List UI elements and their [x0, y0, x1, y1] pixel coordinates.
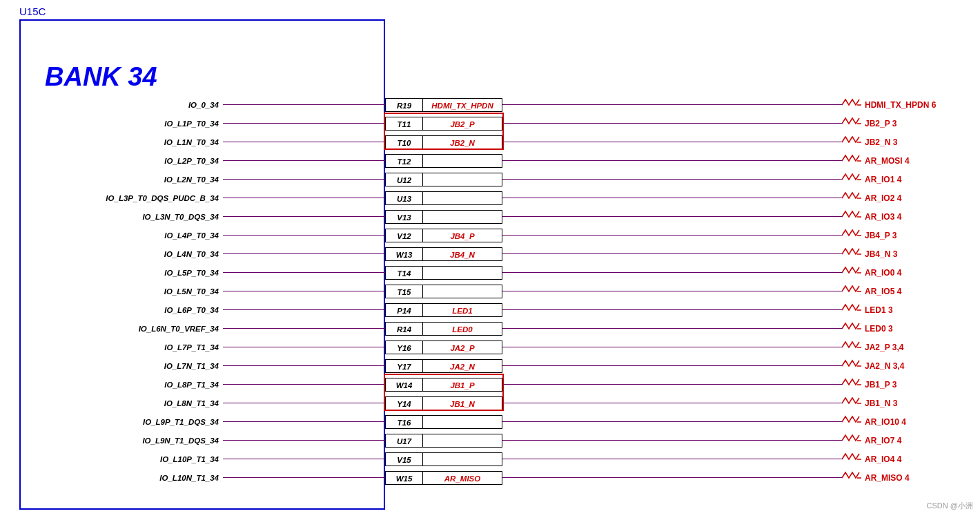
- net-cell: [423, 191, 502, 205]
- connector-symbol: [842, 470, 861, 486]
- connector-symbol: [842, 340, 861, 355]
- pin-row: IO_L7N_T1_34Y17JA2_NJA2_N 3,4: [19, 356, 972, 375]
- bank-title: BANK 34: [45, 62, 157, 92]
- watermark: CSDN @小洲: [927, 501, 973, 511]
- pin-name: IO_L7P_T1_34: [19, 343, 223, 352]
- right-net-label: AR_IO0 4: [861, 268, 972, 278]
- net-cell: [423, 434, 502, 448]
- pad-cell: T14: [385, 266, 423, 280]
- net-cell: JB4_P: [423, 229, 502, 242]
- right-net-label: JB2_P 3: [861, 119, 972, 128]
- pad-cell: W14: [385, 378, 423, 392]
- pin-name: IO_L10P_T1_34: [19, 455, 223, 463]
- pin-name: IO_L8N_T1_34: [19, 399, 223, 407]
- connector-symbol: [842, 433, 861, 448]
- right-net-label: AR_IO7 4: [861, 436, 972, 445]
- pad-cell: R19: [385, 98, 423, 112]
- pad-cell: P14: [385, 303, 423, 317]
- right-net-label: JB4_P 3: [861, 231, 972, 240]
- pin-name: IO_0_34: [19, 101, 223, 109]
- pin-row: IO_L3N_T0_DQS_34V13AR_IO3 4: [19, 207, 972, 226]
- pad-cell: W15: [385, 471, 423, 485]
- pad-cell: Y16: [385, 340, 423, 354]
- net-cell: JB1_N: [423, 396, 502, 410]
- net-cell: LED0: [423, 322, 502, 336]
- net-cell: JA2_P: [423, 340, 502, 354]
- net-cell: JB2_P: [423, 117, 502, 131]
- pin-name: IO_L7N_T1_34: [19, 362, 223, 370]
- pin-row: IO_L2N_T0_34U12AR_IO1 4: [19, 170, 972, 189]
- pin-row: IO_L10P_T1_34V15AR_IO4 4: [19, 450, 972, 468]
- connector-symbol: [842, 247, 861, 262]
- pad-cell: Y14: [385, 396, 423, 410]
- net-cell: HDMI_TX_HPDN: [423, 98, 502, 112]
- connector-symbol: [842, 396, 861, 411]
- pad-cell: V15: [385, 452, 423, 466]
- pad-cell: W13: [385, 247, 423, 261]
- right-net-label: HDMI_TX_HPDN 6: [861, 100, 972, 110]
- pin-name: IO_L6N_T0_VREF_34: [19, 325, 223, 333]
- pad-cell: U12: [385, 173, 423, 186]
- right-net-label: AR_IO5 4: [861, 287, 972, 296]
- net-cell: JA2_N: [423, 359, 502, 373]
- right-net-label: AR_IO4 4: [861, 454, 972, 464]
- pin-name: IO_L3P_T0_DQS_PUDC_B_34: [19, 194, 223, 202]
- pad-cell: T12: [385, 154, 423, 168]
- connector-symbol: [842, 228, 861, 243]
- pad-cell: U17: [385, 434, 423, 448]
- pad-cell: V12: [385, 229, 423, 242]
- net-cell: [423, 415, 502, 429]
- pin-row: IO_L6N_T0_VREF_34R14LED0LED0 3: [19, 319, 972, 338]
- pin-name: IO_L4N_T0_34: [19, 250, 223, 258]
- connector-symbol: [842, 172, 861, 187]
- pin-name: IO_L2N_T0_34: [19, 175, 223, 184]
- pad-cell: U13: [385, 191, 423, 205]
- connector-symbol: [842, 116, 861, 131]
- pad-cell: T11: [385, 117, 423, 131]
- right-net-label: AR_IO10 4: [861, 417, 972, 427]
- pin-name: IO_L10N_T1_34: [19, 474, 223, 482]
- right-net-label: AR_MISO 4: [861, 473, 972, 483]
- right-net-label: LED1 3: [861, 305, 972, 315]
- pad-cell: R14: [385, 322, 423, 336]
- net-cell: [423, 285, 502, 298]
- pin-row: IO_0_34R19HDMI_TX_HPDNHDMI_TX_HPDN 6: [19, 95, 972, 114]
- pad-cell: T15: [385, 285, 423, 298]
- pin-row: IO_L1P_T0_34T11JB2_PJB2_P 3: [19, 114, 972, 133]
- pin-name: IO_L5P_T0_34: [19, 269, 223, 277]
- pad-cell: T10: [385, 135, 423, 149]
- pin-row: IO_L1N_T0_34T10JB2_NJB2_N 3: [19, 133, 972, 151]
- pin-row: IO_L7P_T1_34Y16JA2_PJA2_P 3,4: [19, 338, 972, 356]
- connector-symbol: [842, 209, 861, 224]
- net-cell: [423, 154, 502, 168]
- connector-symbol: [842, 358, 861, 374]
- right-net-label: AR_MOSI 4: [861, 156, 972, 166]
- pin-name: IO_L1N_T0_34: [19, 138, 223, 146]
- pin-name: IO_L5N_T0_34: [19, 287, 223, 296]
- net-cell: [423, 173, 502, 186]
- pin-name: IO_L8P_T1_34: [19, 381, 223, 389]
- right-net-label: JB1_N 3: [861, 399, 972, 408]
- net-cell: AR_MISO: [423, 471, 502, 485]
- right-net-label: JB4_N 3: [861, 249, 972, 259]
- pin-row: IO_L10N_T1_34W15AR_MISOAR_MISO 4: [19, 468, 972, 487]
- pin-row: IO_L8P_T1_34W14JB1_PJB1_P 3: [19, 375, 972, 394]
- schematic-container: U15C BANK 34 IO_0_34R19HDMI_TX_HPDNHDMI_…: [0, 0, 980, 518]
- pin-row: IO_L8N_T1_34Y14JB1_NJB1_N 3: [19, 394, 972, 412]
- right-net-label: JA2_P 3,4: [861, 343, 972, 352]
- net-cell: JB4_N: [423, 247, 502, 261]
- right-net-label: AR_IO3 4: [861, 212, 972, 222]
- right-net-label: LED0 3: [861, 324, 972, 334]
- pin-row: IO_L6P_T0_34P14LED1LED1 3: [19, 300, 972, 319]
- pin-row: IO_L4N_T0_34W13JB4_NJB4_N 3: [19, 244, 972, 263]
- right-net-label: JA2_N 3,4: [861, 361, 972, 371]
- pad-cell: V13: [385, 210, 423, 224]
- connector-symbol: [842, 303, 861, 318]
- pin-row: IO_L3P_T0_DQS_PUDC_B_34U13AR_IO2 4: [19, 189, 972, 207]
- net-cell: JB2_N: [423, 135, 502, 149]
- pin-row: IO_L4P_T0_34V12JB4_PJB4_P 3: [19, 226, 972, 244]
- right-net-label: JB2_N 3: [861, 137, 972, 147]
- connector-symbol: [842, 135, 861, 150]
- pin-name: IO_L3N_T0_DQS_34: [19, 213, 223, 221]
- pin-row: IO_L9P_T1_DQS_34T16AR_IO10 4: [19, 412, 972, 431]
